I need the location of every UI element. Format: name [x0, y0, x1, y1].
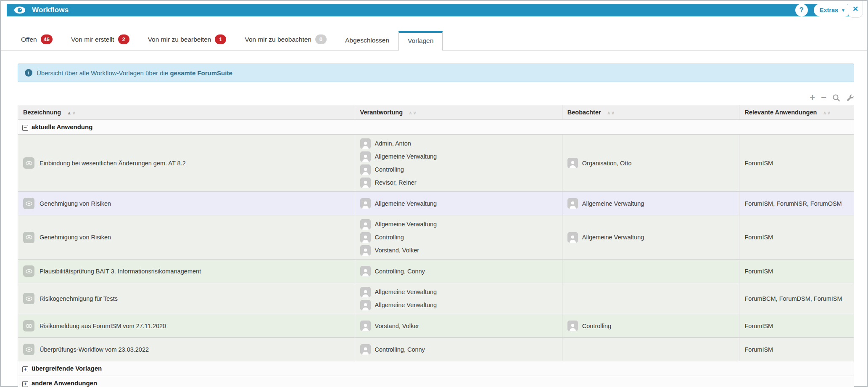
help-button[interactable]: ?: [795, 4, 808, 16]
group-label: aktuelle Anwendung: [32, 123, 92, 130]
observer-entry: Organisation, Otto: [567, 157, 734, 169]
tab-label: Von mir erstellt: [71, 36, 114, 43]
workflows-window: Workflows ? Extras ▼ ✕ Offen 46 Von mir …: [0, 0, 868, 387]
user-icon: [360, 138, 371, 149]
title-bar: Workflows ? Extras ▼: [7, 4, 858, 16]
person-name: Admin, Anton: [375, 140, 411, 147]
user-icon: [360, 266, 371, 276]
workflow-name: Risikogenehmigung für Tests: [40, 295, 118, 302]
group-label: andere Anwendungen: [32, 379, 97, 387]
table-row[interactable]: Genehmigung von RisikenAllgemeine Verwal…: [18, 215, 854, 260]
extras-button[interactable]: Extras ▼: [814, 4, 851, 16]
info-banner-text: Übersicht über alle Workflow-Vorlagen üb…: [37, 69, 232, 77]
table-row[interactable]: Einbindung bei wesentlichen Änderungen g…: [18, 135, 854, 192]
relevant-applications: ForumBCM, ForumDSM, ForumISM: [744, 295, 842, 302]
relevant-applications: ForumISM: [744, 268, 773, 275]
tab-label: Offen: [21, 36, 37, 43]
tab-bar: Offen 46 Von mir erstellt 2 Von mir zu b…: [1, 29, 867, 50]
column-header-bezeichnung[interactable]: Bezeichnung ▲∨: [18, 105, 355, 120]
tab-von-mir-zu-bearbeiten[interactable]: Von mir zu bearbeiten 1: [139, 29, 236, 50]
person-name: Allgemeine Verwaltung: [375, 289, 437, 295]
workflow-name: Einbindung bei wesentlichen Änderungen g…: [40, 160, 186, 167]
user-icon: [360, 164, 371, 175]
grid-toolbar: + −: [18, 93, 854, 102]
user-icon: [360, 321, 371, 331]
person-name: Vorstand, Volker: [375, 323, 419, 329]
close-window-button[interactable]: ✕: [848, 1, 863, 18]
tab-label: Abgeschlossen: [345, 37, 389, 44]
person-name: Allgemeine Verwaltung: [375, 200, 437, 207]
table-row[interactable]: Überprüfungs-Workflow vom 23.03.2022Cont…: [18, 338, 854, 361]
user-icon: [360, 287, 371, 297]
count-badge: 1: [215, 34, 226, 44]
workflow-name: Genehmigung von Risiken: [40, 234, 111, 241]
person-name: Allgemeine Verwaltung: [375, 153, 437, 160]
tab-offen[interactable]: Offen 46: [12, 29, 62, 50]
workflow-eye-icon[interactable]: [23, 320, 34, 331]
table-row[interactable]: Plausibilitätsprüfung BAIT 3. Informatio…: [18, 260, 854, 283]
observer-entry: Allgemeine Verwaltung: [567, 198, 734, 209]
relevant-applications: ForumISM: [744, 323, 773, 329]
sort-icons: ∧∨: [823, 110, 831, 115]
responsible-entry: Allgemeine Verwaltung: [360, 286, 557, 298]
group-row[interactable]: +übergreifende Vorlagen: [18, 361, 854, 376]
person-name: Vorstand, Volker: [375, 247, 419, 254]
count-badge: 0: [315, 34, 327, 44]
table-row[interactable]: Genehmigung von RisikenAllgemeine Verwal…: [18, 192, 854, 215]
person-name: Organisation, Otto: [582, 160, 632, 167]
user-icon: [360, 245, 371, 256]
responsible-entry: Vorstand, Volker: [360, 244, 557, 256]
table-row[interactable]: Risikogenehmigung für TestsAllgemeine Ve…: [18, 283, 854, 314]
workflow-eye-icon[interactable]: [23, 293, 34, 304]
relevant-applications: ForumISM: [744, 234, 773, 241]
relevant-applications: ForumISM: [744, 160, 773, 167]
workflow-eye-icon[interactable]: [23, 265, 34, 277]
table-header-row: Bezeichnung ▲∨ Verantwortung ∧∨ Beobacht…: [18, 105, 854, 120]
person-name: Controlling, Conny: [375, 346, 425, 353]
tab-von-mir-zu-beobachten[interactable]: Von mir zu beobachten 0: [235, 29, 336, 50]
search-icon[interactable]: [832, 94, 840, 102]
sort-icons: ▲∨: [67, 110, 76, 115]
workflow-eye-icon[interactable]: [23, 198, 34, 209]
expand-icon[interactable]: +: [22, 381, 28, 387]
column-header-verantwortung[interactable]: Verantwortung ∧∨: [355, 105, 562, 120]
table-row[interactable]: Risikomeldung aus ForumISM vom 27.11.202…: [18, 314, 854, 338]
group-row[interactable]: +andere Anwendungen: [18, 376, 854, 387]
person-name: Controlling: [582, 323, 611, 329]
count-badge: 2: [118, 34, 129, 44]
responsible-entry: Revisor, Reiner: [360, 177, 557, 188]
vorlagen-table: Bezeichnung ▲∨ Verantwortung ∧∨ Beobacht…: [18, 105, 854, 387]
remove-icon[interactable]: −: [821, 94, 826, 101]
responsible-entry: Controlling, Conny: [360, 344, 557, 355]
tab-label: Vorlagen: [408, 37, 433, 45]
column-label: Relevante Anwendungen: [744, 109, 817, 116]
responsible-entry: Allgemeine Verwaltung: [360, 198, 557, 209]
workflow-eye-icon[interactable]: [23, 232, 34, 243]
relevant-applications: ForumISM, ForumNSR, ForumOSM: [744, 200, 842, 207]
person-name: Controlling: [375, 234, 404, 241]
collapse-icon[interactable]: −: [22, 125, 28, 131]
person-name: Controlling, Conny: [375, 268, 425, 275]
tab-abgeschlossen[interactable]: Abgeschlossen: [336, 31, 398, 50]
workflow-eye-icon[interactable]: [23, 157, 34, 169]
tab-vorlagen[interactable]: Vorlagen: [398, 31, 443, 50]
add-icon[interactable]: +: [810, 94, 815, 101]
person-name: Allgemeine Verwaltung: [582, 200, 644, 207]
column-header-beobachter[interactable]: Beobachter ∧∨: [562, 105, 739, 120]
user-icon: [567, 198, 578, 209]
user-icon: [360, 151, 371, 162]
expand-icon[interactable]: +: [22, 366, 28, 372]
user-icon: [360, 344, 371, 355]
group-row[interactable]: −aktuelle Anwendung: [18, 120, 854, 135]
user-icon: [567, 158, 578, 168]
user-icon: [360, 300, 371, 310]
workflow-eye-icon[interactable]: [23, 344, 34, 355]
column-label: Beobachter: [567, 109, 601, 116]
responsible-entry: Allgemeine Verwaltung: [360, 299, 557, 311]
observer-entry: Allgemeine Verwaltung: [567, 231, 734, 243]
user-icon: [567, 321, 578, 331]
column-header-relevante-anwendungen[interactable]: Relevante Anwendungen ∧∨: [739, 105, 854, 120]
wrench-icon[interactable]: [846, 94, 854, 102]
user-icon: [360, 232, 371, 243]
tab-von-mir-erstellt[interactable]: Von mir erstellt 2: [62, 29, 139, 50]
